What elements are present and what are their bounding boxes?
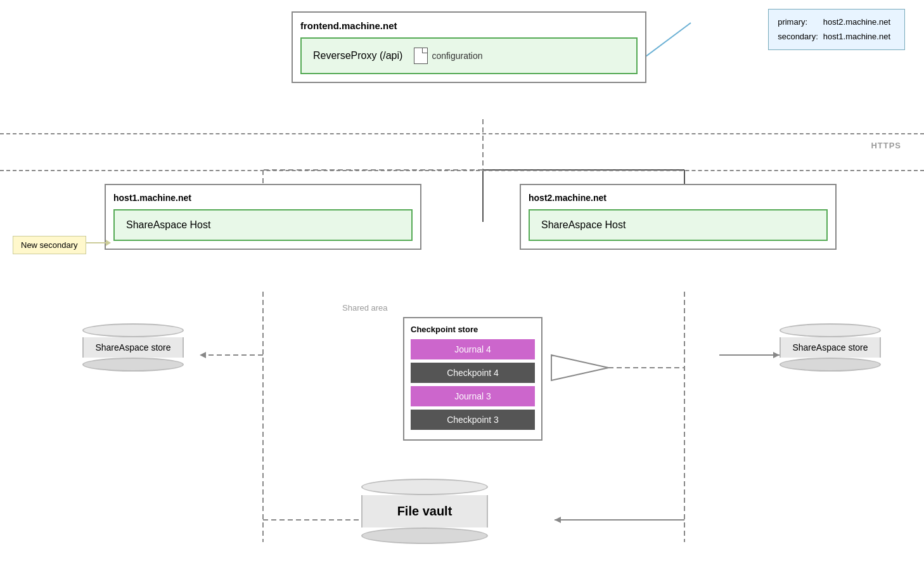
checkpoint-store: Checkpoint store Journal 4 Checkpoint 4 … xyxy=(403,317,542,441)
svg-marker-20 xyxy=(555,517,561,523)
host1-box: host1.machine.net ShareAspace Host xyxy=(105,184,421,250)
host1-title: host1.machine.net xyxy=(113,193,413,203)
dashed-line-top xyxy=(0,133,924,134)
file-vault: File vault xyxy=(361,479,488,544)
svg-marker-13 xyxy=(551,355,608,380)
secondary-value: host1.machine.net xyxy=(823,29,895,44)
checkpoint-4-item: Checkpoint 4 xyxy=(411,363,535,383)
svg-marker-16 xyxy=(773,352,780,358)
db-bottom-left xyxy=(82,358,184,372)
fv-top xyxy=(361,479,488,495)
new-secondary-label: New secondary xyxy=(13,236,86,254)
journal-3-item: Journal 3 xyxy=(411,386,535,406)
db-store-right: ShareAspace store xyxy=(780,323,881,372)
frontend-title: frontend.machine.net xyxy=(300,20,638,31)
frontend-box: frontend.machine.net ReverseProxy (/api)… xyxy=(292,11,646,83)
db-bottom-right xyxy=(780,358,881,372)
checkpoint-3-item: Checkpoint 3 xyxy=(411,410,535,430)
https-label: HTTPS xyxy=(871,141,901,150)
db-body-right: ShareAspace store xyxy=(780,337,881,358)
info-box: primary: host2.machine.net secondary: ho… xyxy=(768,9,905,50)
primary-value: host2.machine.net xyxy=(823,15,895,29)
config-label: configuration xyxy=(432,51,482,61)
reverse-proxy-label: ReverseProxy (/api) xyxy=(313,50,402,61)
journal-4-item: Journal 4 xyxy=(411,339,535,359)
fv-body: File vault xyxy=(361,495,488,527)
db-body-left: ShareAspace store xyxy=(82,337,184,358)
host2-box: host2.machine.net ShareAspace Host xyxy=(520,184,837,250)
host2-service: ShareAspace Host xyxy=(529,209,828,241)
dashed-line-bottom xyxy=(0,170,924,171)
secondary-label: secondary: xyxy=(778,29,823,44)
config-area: configuration xyxy=(414,48,482,64)
diagram-container: frontend.machine.net ReverseProxy (/api)… xyxy=(0,0,924,563)
svg-marker-12 xyxy=(200,352,206,358)
db-top-left xyxy=(82,323,184,337)
doc-icon xyxy=(414,48,428,64)
primary-label: primary: xyxy=(778,15,823,29)
shared-area-label: Shared area xyxy=(342,303,388,313)
db-store-left: ShareAspace store xyxy=(82,323,184,372)
fv-bottom xyxy=(361,527,488,544)
host2-title: host2.machine.net xyxy=(529,193,828,203)
checkpoint-store-title: Checkpoint store xyxy=(411,325,535,334)
host1-service: ShareAspace Host xyxy=(113,209,413,241)
new-secondary-arrow xyxy=(86,242,110,243)
db-top-right xyxy=(780,323,881,337)
reverse-proxy-box: ReverseProxy (/api) configuration xyxy=(300,37,638,74)
